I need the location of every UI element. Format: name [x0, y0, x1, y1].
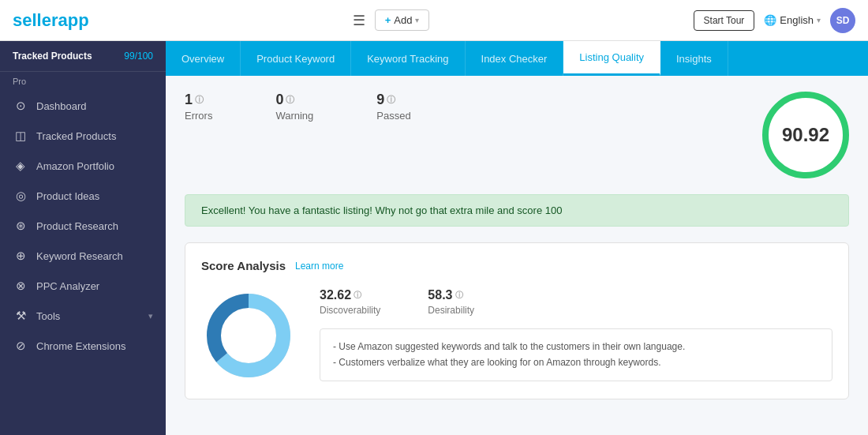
sidebar-plan: Pro	[0, 72, 166, 91]
tracked-products-label: Tracked Products	[13, 51, 92, 62]
sidebar-item-tracked-products[interactable]: ◫ Tracked Products	[0, 121, 166, 151]
score-value: 90.92	[782, 124, 829, 146]
score-analysis-title: Score Analysis	[201, 259, 286, 272]
chrome-extensions-icon: ⊘	[13, 339, 28, 353]
passed-info-icon[interactable]: ⓘ	[387, 94, 395, 106]
tab-bar: Overview Product Keyword Keyword Trackin…	[166, 41, 868, 76]
hamburger-icon[interactable]: ☰	[353, 12, 365, 29]
sidebar-label-product-research: Product Research	[36, 220, 118, 232]
desirability-value: 58.3	[428, 288, 452, 302]
desirability-label: Desirability	[428, 305, 474, 316]
score-analysis-header: Score Analysis Learn more	[201, 259, 832, 272]
passed-value: 9	[376, 92, 384, 108]
header-center: ☰ + Add ▾	[353, 9, 430, 31]
sidebar-label-ppc-analyzer: PPC Analyzer	[36, 280, 99, 292]
sidebar-label-dashboard: Dashboard	[36, 100, 87, 112]
sidebar-label-tracked-products: Tracked Products	[36, 130, 116, 142]
metrics-row: 1 ⓘ Errors 0 ⓘ Warning 9 ⓘ	[185, 92, 849, 178]
score-circle: 90.92	[762, 92, 849, 178]
main-layout: Tracked Products 99/100 Pro ⊙ Dashboard …	[0, 41, 868, 435]
tab-keyword-tracking[interactable]: Keyword Tracking	[351, 41, 465, 76]
add-label: Add	[394, 14, 412, 26]
errors-metric: 1 ⓘ Errors	[185, 92, 212, 122]
passed-metric: 9 ⓘ Passed	[376, 92, 410, 122]
score-analysis-body: 32.62 ⓘ Discoverability 58.3 ⓘ De	[201, 288, 832, 383]
logo-bold: app	[58, 10, 89, 30]
header-right: Start Tour 🌐 English ▾ SD	[694, 8, 855, 33]
success-message: Excellent! You have a fantastic listing!…	[201, 204, 562, 216]
logo: sellerapp	[13, 10, 89, 31]
discoverability-label: Discoverability	[320, 305, 380, 316]
sidebar-label-chrome-extensions: Chrome Extensions	[36, 340, 125, 352]
sidebar-item-product-research[interactable]: ⊛ Product Research	[0, 211, 166, 241]
discoverability-info-icon[interactable]: ⓘ	[354, 290, 361, 301]
errors-info-icon[interactable]: ⓘ	[195, 94, 204, 106]
page-content: 1 ⓘ Errors 0 ⓘ Warning 9 ⓘ	[166, 76, 868, 435]
sidebar-item-product-ideas[interactable]: ◎ Product Ideas	[0, 181, 166, 211]
sidebar-label-tools: Tools	[36, 310, 60, 322]
errors-value: 1	[185, 92, 193, 108]
tips-box: - Use Amazon suggested keywords and talk…	[320, 328, 832, 381]
score-details: 32.62 ⓘ Discoverability 58.3 ⓘ De	[320, 288, 832, 381]
warnings-info-icon[interactable]: ⓘ	[286, 94, 294, 106]
errors-label: Errors	[185, 110, 212, 122]
language-label: English	[780, 14, 814, 26]
tab-listing-quality[interactable]: Listing Quality	[563, 41, 660, 76]
add-dropdown-icon: ▾	[415, 16, 419, 24]
product-research-icon: ⊛	[13, 219, 28, 233]
dashboard-icon: ⊙	[13, 99, 28, 113]
sidebar-label-amazon-portfolio: Amazon Portfolio	[36, 160, 114, 172]
logo-plain: seller	[13, 10, 58, 30]
content-area: Overview Product Keyword Keyword Trackin…	[166, 41, 868, 435]
tab-index-checker[interactable]: Index Checker	[466, 41, 564, 76]
sidebar: Tracked Products 99/100 Pro ⊙ Dashboard …	[0, 41, 166, 435]
discoverability-metric: 32.62 ⓘ Discoverability	[320, 288, 380, 316]
top-header: sellerapp ☰ + Add ▾ Start Tour 🌐 English…	[0, 0, 868, 41]
sidebar-item-chrome-extensions[interactable]: ⊘ Chrome Extensions	[0, 331, 166, 361]
sidebar-item-keyword-research[interactable]: ⊕ Keyword Research	[0, 241, 166, 271]
score-circle-container: 90.92	[762, 92, 849, 178]
amazon-portfolio-icon: ◈	[13, 159, 28, 173]
warnings-label: Warning	[275, 110, 313, 122]
donut-svg	[201, 288, 296, 383]
tracked-products-icon: ◫	[13, 129, 28, 143]
desirability-metric: 58.3 ⓘ Desirability	[428, 288, 474, 316]
success-banner: Excellent! You have a fantastic listing!…	[185, 194, 849, 227]
learn-more-link[interactable]: Learn more	[295, 261, 343, 272]
donut-chart	[201, 288, 296, 383]
score-analysis-card: Score Analysis Learn more	[185, 242, 849, 399]
language-selector[interactable]: 🌐 English ▾	[764, 14, 821, 26]
tools-icon: ⚒	[13, 309, 28, 323]
warnings-metric: 0 ⓘ Warning	[275, 92, 313, 122]
product-ideas-icon: ◎	[13, 189, 28, 203]
keyword-research-icon: ⊕	[13, 249, 28, 263]
tab-product-keyword[interactable]: Product Keyword	[241, 41, 351, 76]
sidebar-item-amazon-portfolio[interactable]: ◈ Amazon Portfolio	[0, 151, 166, 181]
avatar[interactable]: SD	[830, 8, 855, 33]
sidebar-label-keyword-research: Keyword Research	[36, 250, 123, 262]
tools-arrow-icon: ▾	[148, 311, 153, 321]
tab-insights[interactable]: Insights	[660, 41, 728, 76]
sidebar-item-dashboard[interactable]: ⊙ Dashboard	[0, 91, 166, 121]
sidebar-label-product-ideas: Product Ideas	[36, 190, 99, 202]
lang-dropdown-icon: ▾	[817, 16, 821, 24]
tracked-products-count: 99/100	[124, 51, 153, 62]
discoverability-value: 32.62	[320, 288, 351, 302]
sidebar-item-tools[interactable]: ⚒ Tools ▾	[0, 301, 166, 331]
warnings-value: 0	[275, 92, 283, 108]
tip-1: - Use Amazon suggested keywords and talk…	[333, 339, 819, 354]
desirability-info-icon[interactable]: ⓘ	[455, 290, 463, 301]
tab-overview[interactable]: Overview	[166, 41, 241, 76]
score-metrics-row: 32.62 ⓘ Discoverability 58.3 ⓘ De	[320, 288, 832, 316]
sidebar-item-ppc-analyzer[interactable]: ⊗ PPC Analyzer	[0, 271, 166, 301]
globe-icon: 🌐	[764, 14, 776, 26]
sidebar-header: Tracked Products 99/100	[0, 41, 166, 72]
start-tour-button[interactable]: Start Tour	[694, 10, 755, 31]
add-button[interactable]: + Add ▾	[375, 9, 430, 31]
passed-label: Passed	[376, 110, 410, 122]
tip-2: - Customers verbalize what they are look…	[333, 354, 819, 370]
ppc-analyzer-icon: ⊗	[13, 279, 28, 293]
